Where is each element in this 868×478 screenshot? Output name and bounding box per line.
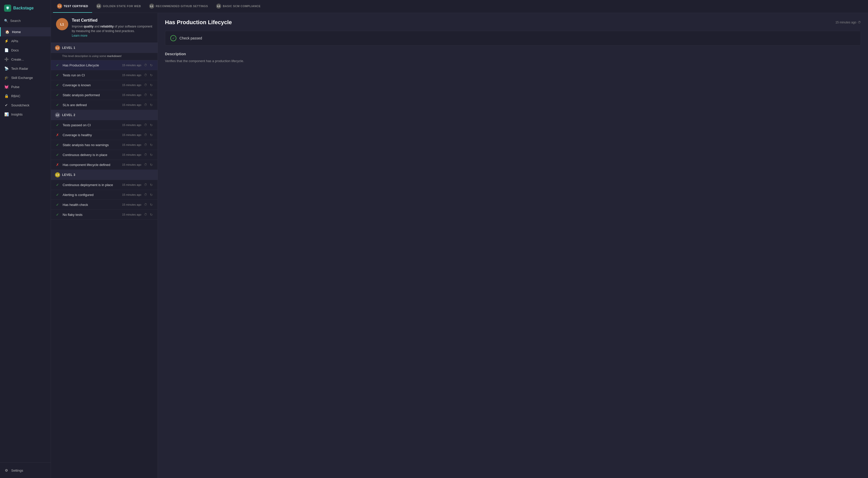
- learn-more-link[interactable]: Learn more: [72, 34, 87, 37]
- clock-icon[interactable]: [143, 183, 148, 187]
- check-row-prod-lifecycle[interactable]: ✓ Has Production Lifecycle 15 minutes ag…: [51, 60, 158, 70]
- check-row-tests-passed-ci[interactable]: ✓ Tests passed on CI 15 minutes ago: [51, 120, 158, 130]
- check-row-component-lifecycle[interactable]: ✗ Has component lifecycle defined 15 min…: [51, 160, 158, 170]
- clock-icon[interactable]: [143, 83, 148, 87]
- clock-icon[interactable]: [143, 202, 148, 207]
- clock-icon[interactable]: [143, 63, 148, 67]
- sidebar-item-soundcheck[interactable]: ✔ Soundcheck: [0, 100, 51, 110]
- level1-desc-em: using: [92, 55, 98, 58]
- tech-radar-icon: 📡: [4, 66, 9, 70]
- search-button[interactable]: 🔍 Search: [0, 16, 51, 25]
- check-icons: [143, 162, 154, 167]
- detail-header: Has Production Lifecycle 15 minutes ago …: [165, 19, 861, 26]
- sidebar-bottom: ⚙ Settings: [0, 463, 51, 478]
- clock-icon[interactable]: [143, 73, 148, 77]
- sidebar-item-create[interactable]: ➕ Create...: [0, 55, 51, 64]
- check-status-fail: ✗: [55, 163, 60, 167]
- sidebar-item-home[interactable]: 🏠 Home: [0, 27, 51, 36]
- refresh-icon[interactable]: [149, 212, 154, 217]
- tab-golden-state[interactable]: L1 GOLDEN STATE FOR WEB: [92, 0, 145, 13]
- level1-badge: L1: [55, 45, 60, 51]
- sidebar-item-pulse[interactable]: 💓 Pulse: [0, 82, 51, 91]
- refresh-icon[interactable]: [149, 183, 154, 187]
- clock-icon[interactable]: [143, 162, 148, 167]
- clock-icon[interactable]: [143, 103, 148, 107]
- sidebar-item-docs[interactable]: 📄 Docs: [0, 45, 51, 55]
- clock-icon[interactable]: [143, 123, 148, 127]
- refresh-icon[interactable]: [149, 133, 154, 137]
- check-icons: [143, 212, 154, 217]
- header-card: L1 Test Certified Improve quality and re…: [51, 13, 158, 43]
- refresh-icon[interactable]: [149, 162, 154, 167]
- tab-github-settings[interactable]: L1 RECOMMENDED GITHUB SETTINGS: [145, 0, 212, 13]
- sidebar-item-apis[interactable]: ⚡ APIs: [0, 36, 51, 45]
- check-row-health-check[interactable]: ✓ Has health check 15 minutes ago: [51, 200, 158, 210]
- clock-icon[interactable]: [143, 153, 148, 157]
- check-icons: [143, 192, 154, 197]
- check-status-pass: ✓: [55, 63, 60, 67]
- level2-label: LEVEL 2: [62, 113, 75, 117]
- check-time: 15 minutes ago: [122, 73, 141, 76]
- check-name: Static analysis has no warnings: [63, 143, 122, 147]
- check-status-pass: ✓: [55, 93, 60, 97]
- nav-item-label: Pulse: [11, 85, 20, 89]
- tab-test-certified[interactable]: L1 TEST CERTIFIED: [53, 0, 92, 13]
- check-row-coverage-known[interactable]: ✓ Coverage is known 15 minutes ago: [51, 80, 158, 90]
- sidebar-item-rbac[interactable]: 🔒 RBAC: [0, 91, 51, 100]
- sidebar-nav: 🏠 Home ⚡ APIs 📄 Docs ➕ Create... 📡 Tech …: [0, 25, 51, 463]
- check-row-no-flaky-tests[interactable]: ✓ No flaky tests 15 minutes ago: [51, 210, 158, 220]
- clock-icon[interactable]: [143, 93, 148, 97]
- check-name: Has component lifecycle defined: [63, 163, 122, 167]
- nav-item-label: Tech Radar: [11, 67, 28, 70]
- tab-badge-l1: L1: [57, 4, 62, 9]
- logo-text: Backstage: [13, 6, 34, 10]
- tab-scm-compliance[interactable]: L1 BASIC SCM COMPLIANCE: [212, 0, 265, 13]
- check-row-static-analysis[interactable]: ✓ Static analysis performed 15 minutes a…: [51, 90, 158, 100]
- refresh-icon[interactable]: [149, 73, 154, 77]
- sidebar-item-tech-radar[interactable]: 📡 Tech Radar: [0, 64, 51, 73]
- refresh-icon[interactable]: [149, 202, 154, 207]
- header-title: Test Certified: [72, 18, 152, 23]
- check-row-continuous-delivery[interactable]: ✓ Continuous delivery is in place 15 min…: [51, 150, 158, 160]
- check-row-alerting-configured[interactable]: ✓ Alerting is configured 15 minutes ago: [51, 190, 158, 200]
- check-row-static-no-warnings[interactable]: ✓ Static analysis has no warnings 15 min…: [51, 140, 158, 150]
- nav-item-label: Create...: [11, 58, 24, 61]
- detail-time: 15 minutes ago ⏱: [835, 21, 861, 24]
- clock-icon: ⏱: [858, 21, 861, 24]
- sidebar-item-settings[interactable]: ⚙ Settings: [0, 466, 51, 475]
- nav-item-label: Docs: [11, 49, 19, 52]
- tab-badge-github: L1: [149, 4, 154, 9]
- refresh-icon[interactable]: [149, 123, 154, 127]
- sidebar-item-skill-exchange[interactable]: 🎓 Skill Exchange: [0, 73, 51, 82]
- sidebar-item-insights[interactable]: 📊 Insights: [0, 110, 51, 119]
- skill-exchange-icon: 🎓: [4, 75, 9, 79]
- check-name: No flaky tests: [63, 213, 122, 217]
- refresh-icon[interactable]: [149, 93, 154, 97]
- refresh-icon[interactable]: [149, 153, 154, 157]
- check-row-continuous-deployment[interactable]: ✓ Continuous deployment is in place 15 m…: [51, 180, 158, 190]
- check-icons: [143, 153, 154, 157]
- refresh-icon[interactable]: [149, 83, 154, 87]
- level-badge-large: L1: [56, 18, 68, 30]
- clock-icon[interactable]: [143, 133, 148, 137]
- check-time: 15 minutes ago: [122, 84, 141, 87]
- check-icons: [143, 202, 154, 207]
- check-row-coverage-healthy[interactable]: ✗ Coverage is healthy 15 minutes ago: [51, 130, 158, 140]
- check-name: Continuous delivery is in place: [63, 153, 122, 157]
- refresh-icon[interactable]: [149, 103, 154, 107]
- nav-item-label: Settings: [11, 469, 23, 472]
- clock-icon[interactable]: [143, 142, 148, 147]
- clock-icon[interactable]: [143, 192, 148, 197]
- check-status-pass: ✓: [55, 153, 60, 157]
- refresh-icon[interactable]: [149, 63, 154, 67]
- refresh-icon[interactable]: [149, 192, 154, 197]
- logo[interactable]: Backstage: [0, 0, 51, 16]
- check-row-slis-defined[interactable]: ✓ SLIs are defined 15 minutes ago: [51, 100, 158, 110]
- check-time: 15 minutes ago: [122, 153, 141, 156]
- check-time: 15 minutes ago: [122, 143, 141, 146]
- clock-icon[interactable]: [143, 212, 148, 217]
- refresh-icon[interactable]: [149, 142, 154, 147]
- settings-icon: ⚙: [4, 468, 9, 472]
- check-row-tests-run-ci[interactable]: ✓ Tests run on CI 15 minutes ago: [51, 70, 158, 80]
- level2-badge: L2: [55, 113, 60, 118]
